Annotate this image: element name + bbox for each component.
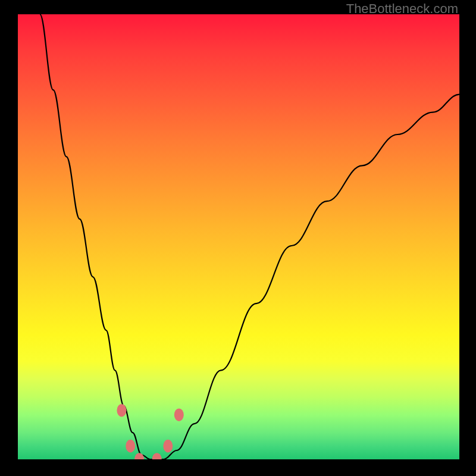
watermark-text: TheBottleneck.com (346, 1, 458, 17)
bottleneck-curve (40, 14, 459, 459)
curve-marker (126, 440, 135, 453)
curve-marker (152, 453, 162, 459)
curve-marker (134, 453, 144, 459)
chart-container: TheBottleneck.com (0, 0, 476, 476)
curve-svg (18, 14, 459, 459)
curve-marker (117, 404, 126, 417)
curve-marker (163, 440, 173, 453)
curve-marker (174, 408, 184, 421)
plot-area (18, 14, 459, 459)
